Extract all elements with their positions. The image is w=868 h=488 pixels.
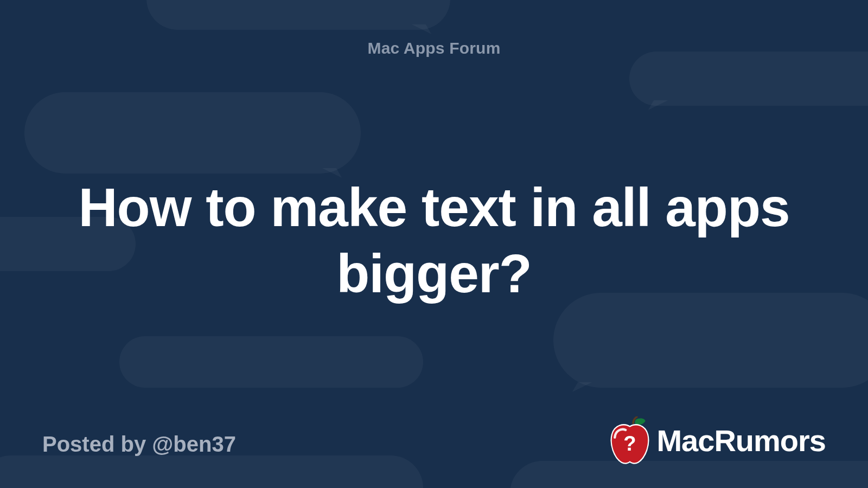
svg-text:?: ? [624, 432, 636, 455]
posted-by-prefix: Posted by [42, 432, 152, 456]
forum-name: Mac Apps Forum [367, 39, 500, 57]
thread-title: How to make text in all apps bigger? [65, 174, 803, 306]
posted-by-handle: @ben37 [152, 432, 236, 456]
brand-name: MacRumors [656, 423, 826, 458]
posted-by: Posted by @ben37 [42, 432, 236, 457]
apple-icon: ? [609, 416, 651, 464]
brand-logo: ? MacRumors [609, 416, 826, 464]
